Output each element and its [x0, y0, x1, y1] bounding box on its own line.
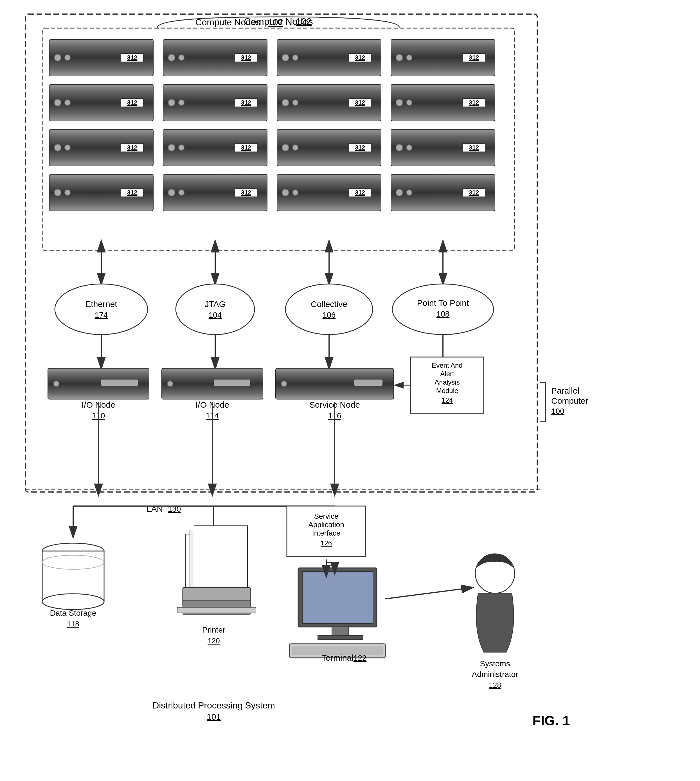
svg-rect-29 — [163, 84, 267, 121]
svg-text:130: 130 — [168, 505, 181, 513]
svg-text:312: 312 — [241, 99, 252, 106]
svg-point-94 — [285, 284, 373, 335]
svg-point-66 — [65, 190, 70, 195]
svg-rect-112 — [214, 380, 250, 386]
svg-text:312: 312 — [355, 54, 365, 61]
svg-rect-9 — [163, 39, 267, 76]
svg-rect-14 — [277, 39, 381, 76]
svg-rect-79 — [391, 174, 495, 211]
svg-rect-49 — [163, 129, 267, 166]
svg-text:106: 106 — [323, 311, 336, 320]
svg-text:312: 312 — [355, 189, 365, 196]
svg-rect-52 — [235, 143, 257, 152]
svg-rect-67 — [121, 188, 143, 197]
svg-point-10 — [168, 54, 175, 61]
svg-rect-22 — [463, 53, 485, 62]
svg-text:312: 312 — [355, 144, 365, 151]
svg-rect-24 — [49, 84, 153, 121]
svg-text:120: 120 — [208, 636, 220, 645]
svg-rect-164 — [332, 627, 349, 635]
svg-text:108: 108 — [437, 310, 450, 318]
svg-text:102: 102 — [296, 16, 312, 27]
svg-text:Event And: Event And — [432, 361, 462, 369]
svg-text:104: 104 — [209, 311, 222, 320]
svg-text:101: 101 — [207, 712, 221, 721]
svg-point-70 — [168, 189, 175, 196]
svg-text:Application: Application — [308, 520, 344, 529]
svg-point-150 — [42, 555, 104, 569]
svg-rect-165 — [318, 635, 363, 639]
svg-point-147 — [42, 543, 104, 559]
svg-rect-32 — [235, 98, 257, 107]
svg-rect-157 — [183, 600, 250, 614]
svg-text:118: 118 — [67, 619, 79, 628]
svg-text:Alert: Alert — [440, 370, 454, 378]
svg-point-21 — [407, 55, 412, 60]
svg-text:Module: Module — [436, 387, 458, 395]
svg-point-61 — [407, 145, 412, 150]
svg-text:110: 110 — [92, 411, 105, 420]
svg-rect-105 — [48, 368, 149, 399]
svg-point-25 — [54, 99, 61, 106]
svg-text:124: 124 — [442, 396, 453, 404]
svg-point-16 — [292, 55, 298, 60]
svg-point-76 — [292, 190, 298, 195]
svg-rect-115 — [276, 368, 394, 399]
svg-rect-1 — [42, 28, 515, 250]
svg-text:312: 312 — [355, 99, 365, 106]
svg-rect-42 — [463, 98, 485, 107]
svg-text:Analysis: Analysis — [435, 378, 460, 386]
svg-point-40 — [396, 99, 403, 106]
svg-text:FIG. 1: FIG. 1 — [532, 713, 570, 728]
svg-rect-162 — [302, 571, 373, 624]
svg-text:Data Storage: Data Storage — [50, 609, 97, 617]
svg-text:312: 312 — [241, 189, 252, 196]
svg-text:I/O Node: I/O Node — [195, 400, 229, 409]
svg-rect-64 — [49, 174, 153, 211]
svg-text:Systems: Systems — [480, 659, 510, 668]
svg-point-172 — [475, 554, 515, 593]
svg-rect-154 — [190, 530, 243, 598]
svg-point-111 — [167, 381, 173, 386]
svg-rect-0 — [25, 14, 537, 492]
svg-rect-161 — [298, 568, 377, 627]
svg-rect-54 — [277, 129, 381, 166]
svg-point-31 — [178, 100, 184, 105]
svg-text:I/O Node: I/O Node — [82, 400, 115, 409]
svg-text:312: 312 — [127, 189, 138, 196]
svg-text:312: 312 — [469, 54, 479, 61]
svg-point-65 — [54, 189, 61, 196]
svg-text:Ethernet: Ethernet — [85, 300, 117, 309]
svg-rect-27 — [121, 98, 143, 107]
svg-rect-44 — [49, 129, 153, 166]
svg-text:312: 312 — [241, 54, 252, 61]
svg-rect-163 — [303, 573, 373, 623]
svg-text:100: 100 — [551, 407, 565, 416]
svg-text:126: 126 — [321, 539, 332, 547]
svg-rect-59 — [391, 129, 495, 166]
svg-text:Service Node: Service Node — [309, 400, 360, 409]
svg-rect-7 — [121, 53, 143, 62]
svg-point-71 — [178, 190, 184, 195]
svg-rect-166 — [290, 644, 385, 658]
svg-rect-19 — [391, 39, 495, 76]
svg-point-5 — [54, 54, 61, 61]
svg-point-81 — [407, 190, 412, 195]
svg-point-91 — [176, 284, 255, 335]
svg-line-176 — [385, 588, 472, 599]
svg-point-26 — [65, 100, 70, 105]
svg-rect-77 — [349, 188, 371, 197]
svg-point-149 — [42, 594, 104, 609]
svg-rect-37 — [349, 98, 371, 107]
svg-point-50 — [168, 144, 175, 151]
svg-rect-156 — [183, 588, 250, 607]
svg-point-88 — [55, 284, 148, 335]
svg-point-80 — [396, 189, 403, 196]
svg-text:312: 312 — [127, 99, 138, 106]
svg-text:Printer: Printer — [202, 626, 225, 634]
svg-text:LAN: LAN — [147, 504, 163, 513]
svg-point-11 — [178, 55, 184, 60]
svg-text:Terminal: Terminal — [322, 653, 353, 662]
svg-point-51 — [178, 145, 184, 150]
svg-text:Distributed Processing System: Distributed Processing System — [152, 700, 275, 710]
